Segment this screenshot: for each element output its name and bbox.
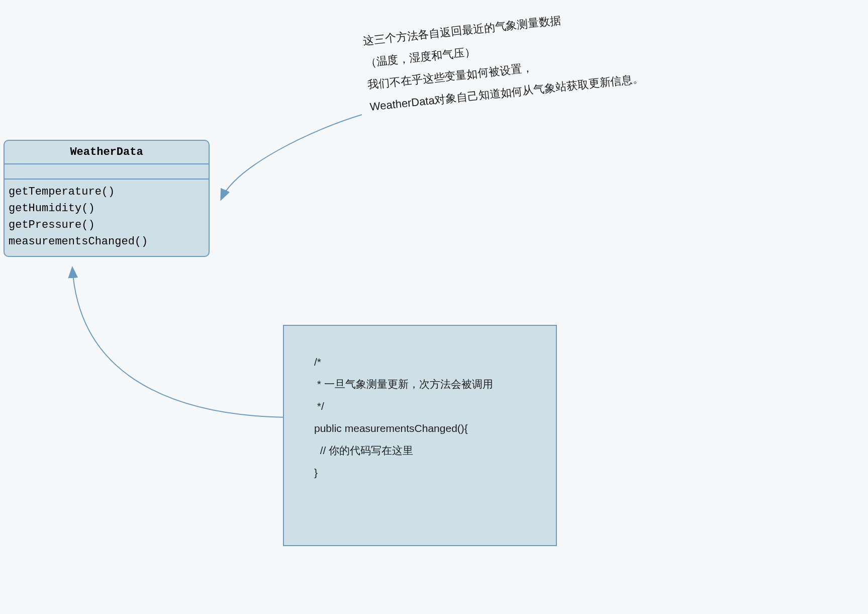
code-line: } [314,462,531,484]
code-snippet-box: /* * 一旦气象测量更新，次方法会被调用 */ public measurem… [283,325,557,546]
code-line: * 一旦气象测量更新，次方法会被调用 [314,373,531,395]
arrow-annotation-to-class [221,115,362,199]
uml-method: getPressure() [9,217,205,233]
uml-class-methods-section: getTemperature() getHumidity() getPressu… [5,180,209,256]
code-line: // 你的代码写在这里 [314,440,531,462]
uml-class-title: WeatherData [5,141,209,164]
uml-method: getTemperature() [9,184,205,200]
uml-method: measurementsChanged() [9,233,205,250]
uml-class-attributes-section [5,164,209,180]
uml-class-box: WeatherData getTemperature() getHumidity… [4,140,210,257]
annotation-note: 这三个方法各自返回最近的气象测量数据 （温度，湿度和气压） 我们不在乎这些变量如… [362,0,731,118]
code-line: */ [314,395,531,417]
code-line: /* [314,351,531,373]
uml-method: getHumidity() [9,200,205,217]
code-line: public measurementsChanged(){ [314,417,531,440]
arrow-code-to-class [72,268,294,417]
